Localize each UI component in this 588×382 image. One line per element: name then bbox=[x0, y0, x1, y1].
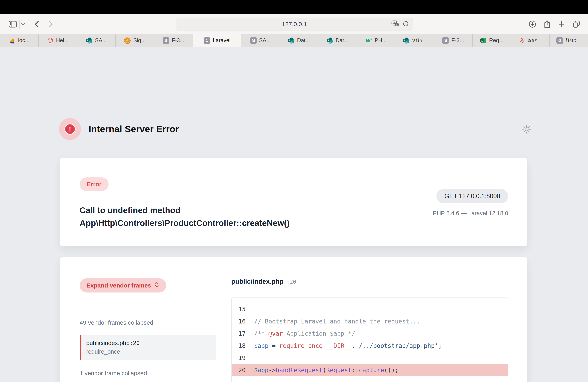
macos-menu-bar bbox=[0, 0, 588, 14]
address-bar[interactable]: 127.0.0.1 A文 bbox=[176, 18, 413, 31]
code-line-20-highlighted: 20 $app->handleRequest(Request::capture(… bbox=[231, 364, 508, 376]
tab-thai-flower[interactable]: ดอก... bbox=[511, 34, 550, 47]
tab-dat-2[interactable]: S Dat... bbox=[318, 34, 357, 47]
request-method-badge: GET 127.0.0.1:8000 bbox=[436, 189, 508, 203]
plus-icon bbox=[558, 21, 565, 28]
code-line-18: 18 $app = require_once __DIR__.'/../boot… bbox=[231, 340, 508, 352]
theme-toggle-button[interactable] bbox=[522, 125, 532, 135]
sidebar-menu-chevron-button[interactable] bbox=[20, 22, 26, 27]
sharepoint-favicon-icon: S bbox=[326, 37, 333, 44]
w3schools-favicon-icon: W3 bbox=[365, 37, 372, 44]
screen: 127.0.0.1 A文 bbox=[0, 0, 588, 382]
tab-thai-book[interactable]: S หนัง... bbox=[395, 34, 434, 47]
excel-favicon-icon: X bbox=[480, 37, 487, 44]
tab-f3-1[interactable]: S F-3... bbox=[154, 34, 193, 47]
stack-frame-item[interactable]: public/index.php:20 require_once bbox=[80, 335, 216, 360]
svg-text:文: 文 bbox=[396, 24, 398, 26]
letter-g-favicon-icon: G bbox=[556, 37, 563, 44]
browser-toolbar: 127.0.0.1 A文 bbox=[0, 14, 588, 34]
expand-vendor-frames-label: Expand vendor frames bbox=[86, 282, 151, 289]
tab-sharepoint-1[interactable]: S SA... bbox=[77, 34, 116, 47]
letter-s-favicon-icon: S bbox=[442, 37, 449, 44]
tab-php-w3[interactable]: W3 PH... bbox=[357, 34, 395, 47]
tab-laravel-active[interactable]: 1 Laravel bbox=[193, 34, 241, 47]
sharepoint-favicon-icon: S bbox=[86, 37, 93, 44]
tab-thai-g[interactable]: G บึงเว... bbox=[550, 34, 588, 47]
svg-text:A: A bbox=[393, 21, 395, 25]
letter-1-favicon-icon: 1 bbox=[204, 37, 210, 44]
svg-text:S: S bbox=[87, 39, 89, 42]
downloads-button[interactable] bbox=[528, 19, 537, 29]
address-bar-url: 127.0.0.1 bbox=[282, 21, 307, 28]
tab-laravel-docs[interactable]: Hel... bbox=[39, 34, 77, 47]
chevron-down-icon bbox=[21, 22, 25, 26]
error-summary-card: Error Call to undefined method App\Http\… bbox=[60, 158, 527, 246]
tab-sa-m[interactable]: M SA... bbox=[241, 34, 280, 47]
tab-dat-1[interactable]: S Dat... bbox=[280, 34, 318, 47]
code-line-17: 17 /** @var Application $app */ bbox=[231, 327, 508, 340]
tab-label: loc... bbox=[18, 37, 29, 43]
share-button[interactable] bbox=[542, 19, 552, 30]
laravel-favicon-icon bbox=[47, 37, 54, 44]
share-icon bbox=[544, 20, 551, 29]
vendor-frames-collapsed-top: 49 vendor frames collapsed bbox=[80, 319, 153, 326]
tab-f3-2[interactable]: S F-3... bbox=[434, 34, 473, 47]
code-snippet-panel[interactable]: 15 16 // Bootstrap Laravel and handle th… bbox=[231, 298, 508, 382]
tab-label: Dat... bbox=[336, 37, 349, 43]
error-alert-icon: ! bbox=[59, 118, 81, 140]
php-laravel-versions: PHP 8.4.6 — Laravel 12.18.0 bbox=[433, 210, 508, 217]
tab-localhost[interactable]: PMA loc... bbox=[0, 34, 39, 47]
tab-sig[interactable]: Sig... bbox=[116, 34, 154, 47]
tab-req-excel[interactable]: X Req... bbox=[473, 34, 511, 47]
translate-icon[interactable]: A文 bbox=[391, 20, 399, 28]
error-message-line1: Call to undefined method bbox=[80, 204, 290, 217]
tab-label: Dat... bbox=[297, 37, 310, 43]
code-line-19: 19 bbox=[231, 352, 508, 364]
svg-text:S: S bbox=[327, 39, 329, 42]
chevron-up-down-icon bbox=[154, 282, 159, 289]
svg-text:S: S bbox=[404, 39, 405, 42]
new-tab-button[interactable] bbox=[557, 20, 567, 29]
sharepoint-favicon-icon: S bbox=[288, 37, 294, 44]
reload-icon[interactable] bbox=[402, 20, 409, 28]
stack-frame-method: require_once bbox=[86, 348, 211, 355]
sun-icon bbox=[522, 124, 531, 135]
tab-bar: PMA loc... Hel... S SA... Sig... S F-3..… bbox=[0, 34, 588, 47]
ornament-favicon-icon bbox=[124, 37, 131, 44]
letter-s-favicon-icon: S bbox=[163, 37, 169, 44]
phpmyadmin-favicon-icon: PMA bbox=[9, 37, 16, 44]
tab-label: Hel... bbox=[56, 37, 69, 43]
tab-overview-button[interactable] bbox=[571, 19, 582, 29]
svg-text:PMA: PMA bbox=[10, 42, 14, 44]
error-type-badge: Error bbox=[80, 177, 109, 191]
code-line-16: 16 // Bootstrap Laravel and handle the r… bbox=[231, 315, 508, 327]
letter-m-favicon-icon: M bbox=[250, 37, 257, 44]
tab-label: Laravel bbox=[213, 37, 231, 43]
tab-label: Req... bbox=[489, 37, 504, 43]
tab-label: Sig... bbox=[133, 37, 146, 43]
toolbar-divider bbox=[19, 20, 20, 29]
code-line-15: 15 bbox=[231, 303, 508, 315]
forward-button[interactable] bbox=[46, 19, 55, 29]
svg-text:S: S bbox=[289, 39, 291, 42]
back-button[interactable] bbox=[32, 19, 41, 29]
expand-vendor-frames-button[interactable]: Expand vendor frames bbox=[80, 278, 166, 292]
code-line-ref: :20 bbox=[286, 279, 296, 285]
tab-label: PH... bbox=[375, 37, 387, 43]
code-file-header: public/index.php :20 bbox=[231, 278, 296, 285]
code-file-name: public/index.php bbox=[231, 278, 284, 285]
back-arrow-icon bbox=[34, 20, 39, 29]
tab-label: F-3... bbox=[172, 37, 184, 43]
page-header: ! Internal Server Error bbox=[59, 118, 179, 140]
tab-label: SA... bbox=[95, 37, 107, 43]
page-title: Internal Server Error bbox=[89, 124, 179, 134]
sidebar-toggle-button[interactable] bbox=[8, 20, 18, 29]
tabs-overview-icon bbox=[572, 20, 580, 29]
tab-label: ดอก... bbox=[528, 36, 542, 45]
stack-trace-card: Expand vendor frames 49 vendor frames co… bbox=[60, 257, 527, 382]
tab-label: หนัง... bbox=[412, 36, 426, 45]
tab-label: บึงเว... bbox=[566, 36, 581, 45]
download-icon bbox=[529, 20, 536, 29]
tab-label: F-3... bbox=[451, 37, 464, 43]
stack-frame-file: public/index.php:20 bbox=[86, 340, 211, 346]
